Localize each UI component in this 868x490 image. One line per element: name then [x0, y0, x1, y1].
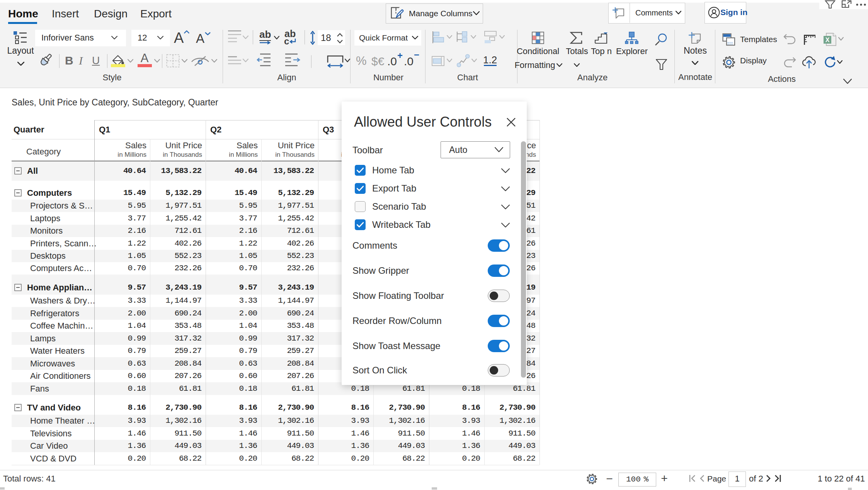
svg-text:X: X — [825, 37, 830, 43]
